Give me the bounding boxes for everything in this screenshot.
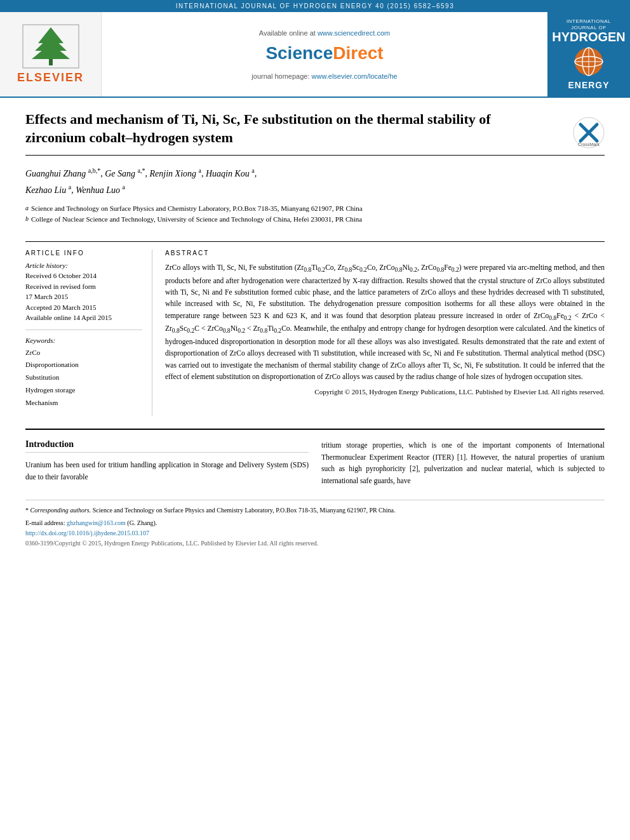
introduction-heading: Introduction [25, 439, 309, 453]
keyword-substitution: Substitution [25, 371, 142, 384]
hydrogen-globe-icon [573, 46, 605, 77]
email-author: (G. Zhang). [127, 519, 157, 526]
elsevier-brand-text: ELSEVIER [17, 71, 84, 84]
copyright-text: Copyright © 2015, Hydrogen Energy Public… [165, 388, 605, 396]
info-divider [25, 330, 142, 330]
abstract-col: ABSTRACT ZrCo alloys with Ti, Sc, Ni, Fe… [165, 250, 605, 415]
affiliation-a: a Science and Technology on Surface Phys… [25, 203, 605, 215]
sciencedirect-center: Available online at www.sciencedirect.co… [102, 12, 547, 97]
available-online-text: Available online at www.sciencedirect.co… [259, 29, 390, 37]
accepted-date: Accepted 20 March 2015 [25, 302, 142, 313]
two-col-section: ARTICLE INFO Article history: Received 6… [25, 241, 605, 415]
journal-homepage: journal homepage: www.elsevier.com/locat… [251, 72, 397, 80]
email-label: E-mail address: [25, 519, 65, 526]
body-section: Introduction Uranium has been used for t… [25, 429, 605, 488]
science-text: Science [265, 43, 333, 63]
elsevier-tree-icon [22, 24, 79, 69]
revised-text: Received in revised form17 March 2015 [25, 281, 142, 302]
body-left-col: Introduction Uranium has been used for t… [25, 439, 309, 488]
keyword-disproportionation: Disproportionation [25, 359, 142, 371]
authors-section: Guanghui Zhang a,b,*, Ge Sang a,*, Renji… [25, 156, 605, 232]
journal-header-bar: INTERNATIONAL JOURNAL OF HYDROGEN ENERGY… [0, 0, 630, 12]
crossmark-icon: CrossMark [573, 117, 605, 149]
issn-line: 0360-3199/Copyright © 2015, Hydrogen Ene… [25, 538, 605, 549]
hydrogen-energy-logo: InternationalJournal of HYDROGEN ENERGY [547, 12, 630, 97]
affiliation-b: b College of Nuclear Science and Technol… [25, 214, 605, 225]
keyword-hydrogen: Hydrogen storage [25, 384, 142, 397]
abstract-label: ABSTRACT [165, 250, 605, 257]
article-info-label: ARTICLE INFO [25, 250, 142, 257]
footnote-star: * [25, 507, 29, 514]
affiliation-a-text: Science and Technology on Surface Physic… [31, 203, 363, 215]
journal-header-text: INTERNATIONAL JOURNAL OF HYDROGEN ENERGY… [176, 3, 454, 10]
doi-link[interactable]: http://dx.doi.org/10.1016/j.ijhydene.201… [25, 530, 149, 537]
article-history: Article history: Received 6 October 2014… [25, 262, 142, 323]
hydrogen-text: HYDROGEN [552, 30, 626, 43]
received-date: Received 6 October 2014 [25, 270, 142, 281]
available-date: Available online 14 April 2015 [25, 312, 142, 323]
footnote-email: E-mail address: ghzhangwin@163.com (G. Z… [25, 518, 605, 528]
footnote-corresponding-text: Science and Technology on Surface Physic… [93, 507, 396, 514]
svg-text:CrossMark: CrossMark [578, 142, 600, 147]
footnote-corresponding-label: Corresponding authors. [30, 507, 91, 514]
intro-text-left: Uranium has been used for tritium handli… [25, 459, 309, 483]
footnote-doi: http://dx.doi.org/10.1016/j.ijhydene.201… [25, 528, 605, 538]
footnote-section: * Corresponding authors. Science and Tec… [25, 500, 605, 549]
sciencedirect-brand: ScienceDirect [265, 43, 383, 63]
hydrogen-intl-text: InternationalJournal of [566, 18, 611, 30]
footnote-corresponding: * Corresponding authors. Science and Tec… [25, 505, 605, 516]
affiliation-b-text: College of Nuclear Science and Technolog… [31, 214, 362, 225]
sciencedirect-url[interactable]: www.sciencedirect.com [318, 29, 390, 37]
keywords-label: Keywords: [25, 337, 142, 344]
article-info-col: ARTICLE INFO Article history: Received 6… [25, 250, 152, 415]
keyword-zrco: ZrCo [25, 347, 142, 359]
abstract-text: ZrCo alloys with Ti, Sc, Ni, Fe substitu… [165, 262, 605, 383]
article-title-section: Effects and mechanism of Ti, Ni, Sc, Fe … [25, 98, 605, 156]
article-title: Effects and mechanism of Ti, Ni, Sc, Fe … [25, 110, 502, 147]
keyword-mechanism: Mechanism [25, 397, 142, 410]
svg-marker-3 [32, 43, 70, 59]
intro-text-right: tritium storage properties, which is one… [321, 439, 605, 488]
homepage-link[interactable]: www.elsevier.com/locate/he [312, 72, 398, 80]
direct-text: Direct [333, 43, 383, 63]
authors-list: Guanghui Zhang a,b,*, Ge Sang a,*, Renji… [25, 165, 605, 198]
top-banner: ELSEVIER Available online at www.science… [0, 12, 630, 98]
paper-content: Effects and mechanism of Ti, Ni, Sc, Fe … [0, 98, 630, 549]
email-link[interactable]: ghzhangwin@163.com [67, 519, 126, 526]
history-label: Article history: [25, 262, 142, 269]
keywords-group: Keywords: ZrCo Disproportionation Substi… [25, 337, 142, 410]
elsevier-logo: ELSEVIER [0, 12, 102, 97]
body-right-col: tritium storage properties, which is one… [321, 439, 605, 488]
energy-text: ENERGY [568, 80, 609, 90]
affiliations: a Science and Technology on Surface Phys… [25, 203, 605, 225]
